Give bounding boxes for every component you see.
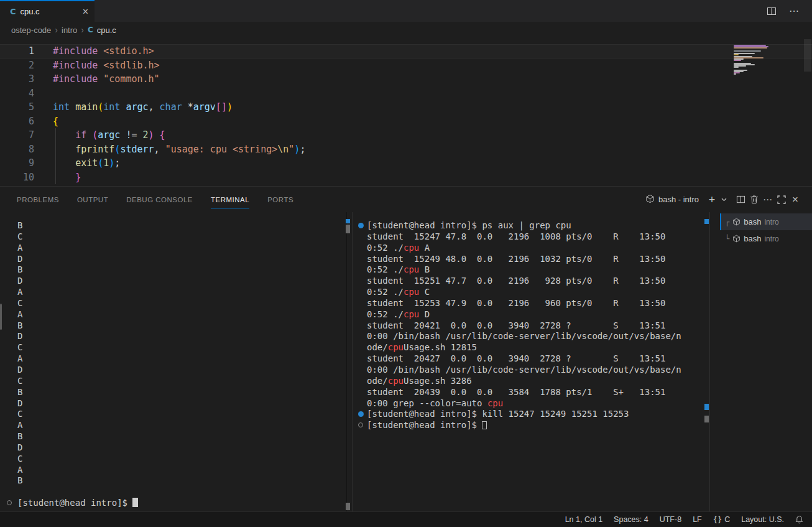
panel-more-actions-icon[interactable]: ⋯	[761, 193, 775, 207]
terminal-line: C	[17, 409, 352, 420]
editor-tab-bar: C cpu.c × ⋯	[0, 0, 812, 22]
terminal-line: A	[17, 465, 352, 476]
terminal-tabs-list: ┌bashintro└bashintro	[710, 212, 812, 511]
terminal-line: B	[17, 220, 352, 231]
terminal-line: B	[17, 264, 352, 276]
line-number: 8	[0, 142, 34, 157]
terminal-tab-item[interactable]: └bashintro	[720, 230, 812, 247]
terminal-tab-label: bash	[744, 234, 761, 243]
command-decoration-filled[interactable]	[358, 223, 364, 228]
breadcrumb-separator: ›	[55, 25, 58, 35]
terminal-left-scrollbar-track[interactable]	[346, 212, 347, 511]
status-item-utf-8[interactable]: UTF-8	[660, 515, 681, 524]
terminal-line: student 15247 47.8 0.0 2196 1008 pts/0 R…	[367, 231, 709, 243]
status-item-c[interactable]: {}C	[713, 515, 730, 524]
terminal-line: student 20439 0.0 0.0 3584 1788 pts/1 S+…	[367, 387, 709, 398]
status-label: UTF-8	[660, 515, 681, 524]
code-line[interactable]: 7 if (argc != 2) {	[0, 128, 812, 142]
terminal-title[interactable]: bash - intro	[645, 194, 699, 205]
command-decoration-hollow[interactable]	[358, 422, 363, 427]
breadcrumb-file[interactable]: cpu.c	[97, 26, 116, 35]
terminal-line: 0:52 ./cpu C	[367, 287, 709, 298]
tab-cpu-c[interactable]: C cpu.c ×	[0, 0, 95, 22]
scrollbar-command-mark	[704, 404, 709, 410]
status-item-spaces-4[interactable]: Spaces: 4	[614, 515, 648, 524]
command-decoration-filled[interactable]	[358, 411, 364, 417]
terminal-line: B	[17, 387, 352, 398]
status-bar: Ln 1, Col 1Spaces: 4UTF-8LF{}CLayout: U.…	[0, 511, 812, 527]
terminal-line: 0:52 ./cpu D	[367, 309, 709, 320]
panel-tab-ports[interactable]: PORTS	[267, 187, 293, 212]
maximize-panel-icon[interactable]	[775, 193, 788, 207]
code-line[interactable]: 1#include <stdio.h>	[0, 44, 812, 58]
terminal-tab-item[interactable]: ┌bashintro	[720, 213, 812, 230]
scrollbar-command-mark	[346, 219, 350, 223]
terminal-prompt: [student@head intro]$	[17, 498, 352, 509]
scrollbar-thumb-mark[interactable]	[704, 416, 709, 422]
terminal-line: A	[17, 353, 352, 365]
panel-tab-output[interactable]: OUTPUT	[77, 187, 108, 212]
status-label: Ln 1, Col 1	[565, 515, 602, 524]
panel-tab-debug-console[interactable]: DEBUG CONSOLE	[126, 187, 193, 212]
scrollbar-command-mark	[704, 219, 709, 224]
code-line[interactable]: 10 }	[0, 170, 812, 185]
command-decoration-hollow[interactable]	[7, 500, 12, 505]
code-editor[interactable]: 1#include <stdio.h>2#include <stdlib.h>3…	[0, 38, 812, 187]
code-text: int main(int argc, char *argv[])	[34, 100, 233, 114]
split-terminal-icon[interactable]	[734, 193, 747, 207]
status-item-ln-1-col-1[interactable]: Ln 1, Col 1	[565, 515, 602, 524]
breadcrumb: ostep-code › intro › C cpu.c	[0, 22, 812, 38]
kill-terminal-icon[interactable]	[747, 193, 761, 207]
terminal-line: C	[17, 298, 352, 309]
editor-scrollbar[interactable]	[803, 38, 812, 187]
new-terminal-icon[interactable]: +	[705, 193, 719, 207]
status-label: C	[724, 515, 730, 524]
breadcrumb-folder[interactable]: ostep-code	[11, 26, 51, 35]
close-panel-icon[interactable]: ×	[788, 193, 802, 207]
terminal-line: student 20427 0.0 0.0 3940 2728 ? S 13:5…	[367, 353, 709, 365]
scrollbar-thumb-mark[interactable]	[346, 503, 350, 510]
launch-profile-chevron-icon[interactable]	[719, 193, 729, 207]
code-line[interactable]: 8 fprintf(stderr, "usage: cpu <string>\n…	[0, 142, 812, 157]
terminal-line: student 20421 0.0 0.0 3940 2728 ? S 13:5…	[367, 320, 709, 332]
terminal-line: 0:52 ./cpu A	[367, 243, 709, 254]
scrollbar-thumb-mark[interactable]	[346, 225, 350, 233]
split-editor-icon[interactable]	[767, 6, 777, 16]
terminal-line: D	[17, 254, 352, 265]
panel-tab-problems[interactable]: PROBLEMS	[17, 187, 59, 212]
panel-actions: bash - intro + ⋯ ×	[645, 193, 812, 207]
panel-tab-terminal[interactable]: TERMINAL	[211, 187, 249, 212]
close-tab-icon[interactable]: ×	[83, 7, 88, 17]
terminal-line: [student@head intro]$ kill 15247 15249 1…	[367, 409, 709, 420]
minimap-line	[734, 73, 736, 75]
minimap[interactable]	[734, 45, 768, 113]
left-edge-sash[interactable]	[0, 304, 2, 330]
code-line[interactable]: 9 exit(1);	[0, 156, 812, 170]
code-line[interactable]: 5int main(int argc, char *argv[])	[0, 100, 812, 114]
terminal-line: B	[17, 431, 352, 442]
terminal-line: D	[17, 398, 352, 409]
terminal-line	[17, 487, 352, 498]
terminal-pane-right[interactable]: [student@head intro]$ ps aux | grep cpus…	[353, 212, 709, 511]
minimap-line	[734, 67, 739, 68]
code-line[interactable]: 3#include "common.h"	[0, 72, 812, 86]
code-text: #include <stdlib.h>	[34, 58, 160, 73]
terminal-pane-left[interactable]: BCADBDACABDCADCBDCABDCAB[student@head in…	[0, 212, 352, 511]
breadcrumb-separator: ›	[81, 25, 84, 35]
status-item-lf[interactable]: LF	[693, 515, 702, 524]
more-actions-icon[interactable]: ⋯	[789, 5, 800, 17]
split-tree-glyph: ┌	[725, 218, 729, 226]
terminal-line: student 15251 47.7 0.0 2196 928 pts/0 R …	[367, 276, 709, 287]
tab-label: cpu.c	[21, 7, 40, 16]
code-line[interactable]: 4	[0, 86, 812, 101]
status-item-bell[interactable]	[795, 515, 803, 524]
vscode-window: C cpu.c × ⋯ ostep-code › intro › C cpu.c…	[0, 0, 812, 527]
terminal-line: D	[17, 331, 352, 342]
code-line[interactable]: 6{	[0, 114, 812, 129]
terminal-line: D	[17, 365, 352, 376]
status-item-layout-u-s-[interactable]: Layout: U.S.	[741, 515, 784, 524]
breadcrumb-folder[interactable]: intro	[62, 26, 77, 35]
code-line[interactable]: 2#include <stdlib.h>	[0, 58, 812, 73]
terminal-cursor	[132, 498, 138, 507]
line-number: 2	[0, 58, 34, 73]
